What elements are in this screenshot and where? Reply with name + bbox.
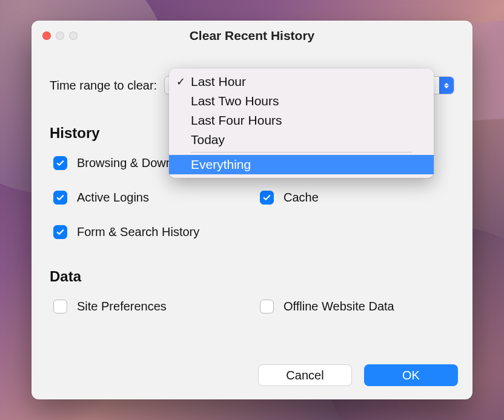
- checkbox-form-search-history[interactable]: Form & Search History: [53, 225, 248, 239]
- ok-button[interactable]: OK: [364, 364, 458, 386]
- close-window-button[interactable]: [42, 31, 51, 40]
- option-last-hour[interactable]: ✓ Last Hour: [169, 72, 434, 91]
- checkbox-active-logins[interactable]: Active Logins: [53, 191, 248, 205]
- data-section-title: Data: [50, 268, 454, 285]
- checkbox-offline-website-data[interactable]: Offline Website Data: [260, 300, 454, 313]
- check-icon: ✓: [176, 75, 185, 88]
- checkbox-icon: [53, 225, 67, 239]
- checkbox-icon: [260, 191, 274, 205]
- checkbox-label: Offline Website Data: [284, 300, 394, 313]
- option-label: Last Two Hours: [191, 94, 279, 108]
- checkbox-cache[interactable]: Cache: [260, 191, 454, 205]
- checkbox-icon: [53, 300, 67, 313]
- checkbox-icon: [260, 300, 274, 313]
- checkbox-label: Active Logins: [77, 191, 149, 205]
- option-label: Last Four Hours: [191, 113, 282, 128]
- timerange-label: Time range to clear:: [50, 79, 157, 93]
- dialog-title: Clear Recent History: [31, 28, 472, 43]
- option-last-two-hours[interactable]: Last Two Hours: [169, 91, 434, 111]
- updown-stepper-icon: [439, 77, 454, 94]
- option-last-four-hours[interactable]: Last Four Hours: [169, 111, 434, 130]
- data-checkbox-grid: Site Preferences Offline Website Data: [53, 300, 454, 313]
- maximize-window-button[interactable]: [69, 31, 78, 40]
- checkbox-icon: [53, 156, 67, 170]
- checkbox-site-preferences[interactable]: Site Preferences: [53, 300, 248, 313]
- cancel-button[interactable]: Cancel: [258, 364, 352, 386]
- dialog-footer: Cancel OK: [258, 364, 458, 386]
- checkbox-label: Cache: [284, 191, 319, 205]
- minimize-window-button[interactable]: [56, 31, 64, 40]
- checkbox-label: Site Preferences: [77, 300, 167, 313]
- menu-separator: [191, 152, 412, 153]
- checkbox-label: Form & Search History: [77, 225, 199, 239]
- option-everything[interactable]: Everything: [169, 155, 434, 174]
- titlebar: Clear Recent History: [31, 21, 472, 51]
- timerange-dropdown: ✓ Last Hour Last Two Hours Last Four Hou…: [169, 68, 434, 178]
- clear-history-dialog: Clear Recent History Time range to clear…: [31, 21, 472, 399]
- option-label: Everything: [191, 157, 251, 172]
- option-today[interactable]: Today: [169, 130, 434, 149]
- traffic-lights: [42, 31, 78, 40]
- option-label: Today: [191, 133, 225, 147]
- option-label: Last Hour: [191, 74, 246, 89]
- checkbox-icon: [53, 191, 67, 205]
